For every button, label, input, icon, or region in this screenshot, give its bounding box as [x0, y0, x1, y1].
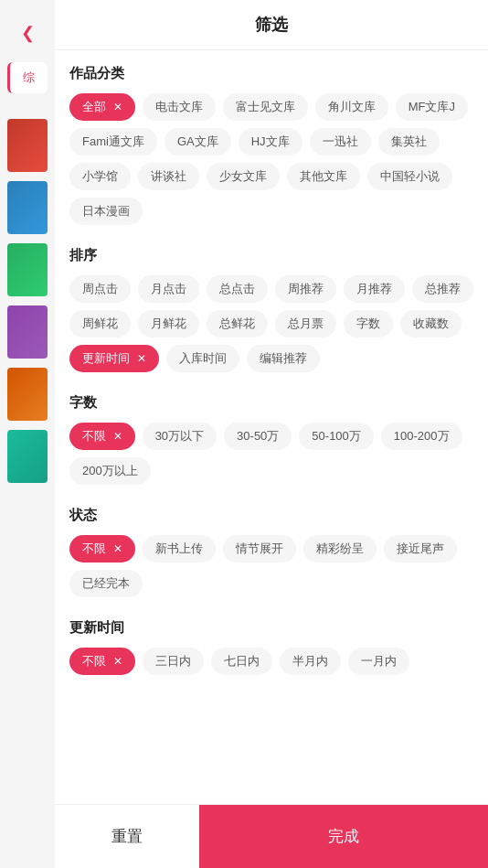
book-cover-4 [7, 305, 48, 359]
close-icon: ✕ [137, 352, 146, 365]
tag-category-fami[interactable]: Fami通文库 [69, 128, 157, 155]
wordcount-title: 字数 [69, 394, 473, 412]
tag-sort-week-flower[interactable]: 周鲜花 [69, 310, 131, 338]
filter-content: 作品分类 全部 ✕ 电击文库 富士见文库 角川文库 MF文库J Fami通文库 … [55, 50, 488, 804]
section-sort: 排序 周点击 月点击 总点击 周推荐 月推荐 总推荐 周鲜花 月鲜花 总鲜花 总… [69, 247, 473, 372]
tag-sort-update-time[interactable]: 更新时间 ✕ [69, 345, 159, 372]
tag-category-dianji[interactable]: 电击文库 [143, 93, 216, 121]
sort-tags: 周点击 月点击 总点击 周推荐 月推荐 总推荐 周鲜花 月鲜花 总鲜花 总月票 … [69, 275, 473, 372]
tag-ut-unlimited[interactable]: 不限 ✕ [69, 648, 135, 675]
tag-wc-50-100[interactable]: 50-100万 [299, 423, 373, 450]
status-title: 状态 [69, 507, 473, 524]
tag-wc-over200[interactable]: 200万以上 [69, 457, 151, 485]
tag-category-mf[interactable]: MF文库J [396, 93, 468, 121]
back-icon: ❮ [21, 23, 35, 43]
tag-status-ending[interactable]: 接近尾声 [384, 535, 457, 563]
tag-status-exciting[interactable]: 精彩纷呈 [303, 535, 377, 563]
category-title: 作品分类 [69, 65, 473, 82]
status-tags: 不限 ✕ 新书上传 情节展开 精彩纷呈 接近尾声 已经完本 [69, 535, 473, 597]
update-time-title: 更新时间 [69, 619, 473, 637]
tag-wc-30-50[interactable]: 30-50万 [224, 423, 292, 450]
tag-category-jiangtangshe[interactable]: 讲谈社 [138, 163, 199, 190]
tag-wc-unlimited[interactable]: 不限 ✕ [69, 423, 135, 450]
tag-category-hj[interactable]: HJ文库 [239, 128, 302, 155]
tag-ut-3days[interactable]: 三日内 [143, 648, 204, 675]
tag-ut-halfmonth[interactable]: 半月内 [280, 648, 341, 675]
tag-category-qita[interactable]: 其他文库 [287, 163, 360, 190]
book-cover-2 [7, 181, 48, 234]
section-category: 作品分类 全部 ✕ 电击文库 富士见文库 角川文库 MF文库J Fami通文库 … [69, 65, 473, 225]
book-cover-1 [7, 119, 48, 172]
back-button[interactable]: ❮ [13, 18, 42, 48]
tag-sort-editor-rec[interactable]: 编辑推荐 [247, 345, 320, 372]
category-tags: 全部 ✕ 电击文库 富士见文库 角川文库 MF文库J Fami通文库 GA文库 … [69, 93, 473, 225]
tag-wc-100-200[interactable]: 100-200万 [381, 423, 462, 450]
tag-category-ga[interactable]: GA文库 [164, 128, 231, 155]
tag-category-xiaoxueguan[interactable]: 小学馆 [69, 163, 131, 190]
filter-panel: 筛选 作品分类 全部 ✕ 电击文库 富士见文库 角川文库 MF文库J Fami通… [55, 0, 488, 868]
tag-category-fujimi[interactable]: 富士见文库 [223, 93, 308, 121]
tag-status-unlimited[interactable]: 不限 ✕ [69, 535, 135, 563]
confirm-button[interactable]: 完成 [199, 805, 488, 868]
close-icon: ✕ [113, 542, 122, 555]
tag-sort-total-click[interactable]: 总点击 [207, 275, 268, 303]
tag-sort-month-rec[interactable]: 月推荐 [344, 275, 405, 303]
footer: 重置 完成 [55, 804, 488, 868]
close-icon: ✕ [113, 101, 122, 113]
tag-sort-week-rec[interactable]: 周推荐 [275, 275, 336, 303]
tag-status-new[interactable]: 新书上传 [143, 535, 216, 563]
tag-sort-wordcount[interactable]: 字数 [344, 310, 393, 338]
tag-sort-total-ticket[interactable]: 总月票 [275, 310, 336, 338]
tag-status-plot[interactable]: 情节展开 [223, 535, 296, 563]
update-time-tags: 不限 ✕ 三日内 七日内 半月内 一月内 [69, 648, 473, 675]
tag-sort-collect[interactable]: 收藏数 [400, 310, 461, 338]
tag-category-all[interactable]: 全部 ✕ [69, 93, 135, 121]
left-panel: ❮ 综 [0, 0, 55, 868]
tag-ut-1month[interactable]: 一月内 [348, 648, 409, 675]
tag-category-shaonv[interactable]: 少女文库 [207, 163, 280, 190]
book-cover-5 [7, 368, 48, 421]
reset-label: 重置 [111, 826, 143, 847]
tag-ut-7days[interactable]: 七日内 [211, 648, 272, 675]
reset-button[interactable]: 重置 [55, 805, 199, 868]
tag-category-jiaohe[interactable]: 角川文库 [315, 93, 388, 121]
tag-sort-month-click[interactable]: 月点击 [138, 275, 199, 303]
tag-category-china[interactable]: 中国轻小说 [367, 163, 452, 190]
tag-status-complete[interactable]: 已经完本 [69, 570, 143, 597]
tag-sort-enter-time[interactable]: 入库时间 [166, 345, 239, 372]
section-wordcount: 字数 不限 ✕ 30万以下 30-50万 50-100万 100-200万 20… [69, 394, 473, 485]
wordcount-tags: 不限 ✕ 30万以下 30-50万 50-100万 100-200万 200万以… [69, 423, 473, 485]
tag-sort-month-flower[interactable]: 月鲜花 [138, 310, 199, 338]
section-status: 状态 不限 ✕ 新书上传 情节展开 精彩纷呈 接近尾声 已经完本 [69, 507, 473, 597]
tag-sort-total-rec[interactable]: 总推荐 [412, 275, 473, 303]
tag-category-manga[interactable]: 日本漫画 [69, 198, 143, 225]
section-update-time: 更新时间 不限 ✕ 三日内 七日内 半月内 一月内 [69, 619, 473, 675]
book-cover-3 [7, 243, 48, 296]
close-icon: ✕ [113, 430, 122, 443]
tag-sort-week-click[interactable]: 周点击 [69, 275, 131, 303]
tag-wc-under30[interactable]: 30万以下 [143, 423, 217, 450]
tag-category-jiying[interactable]: 集英社 [378, 128, 440, 155]
book-cover-6 [7, 430, 48, 483]
tag-category-yixun[interactable]: 一迅社 [310, 128, 371, 155]
filter-title: 筛选 [255, 14, 288, 36]
filter-header: 筛选 [55, 0, 488, 50]
sidebar-item-comprehensive[interactable]: 综 [7, 62, 48, 93]
confirm-label: 完成 [328, 826, 359, 847]
sort-title: 排序 [69, 247, 473, 264]
close-icon: ✕ [113, 655, 122, 668]
tag-sort-total-flower[interactable]: 总鲜花 [207, 310, 268, 338]
